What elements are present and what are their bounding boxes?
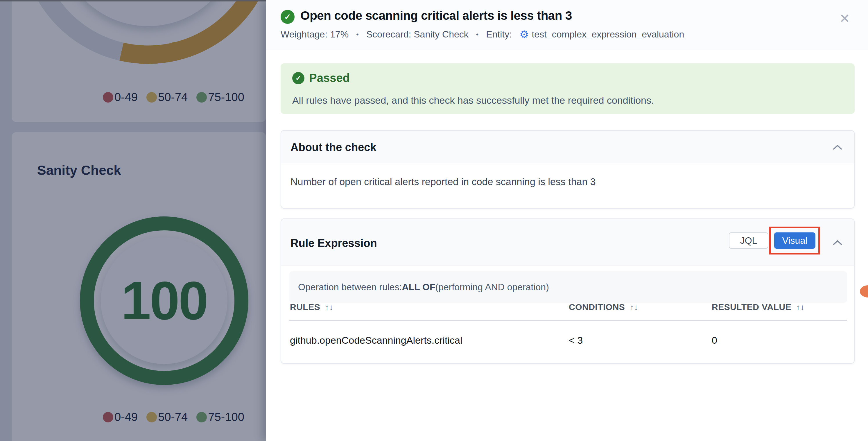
column-label: CONDITIONS (569, 302, 625, 312)
drawer-header: ✓ Open code scanning critical alerts is … (266, 0, 868, 50)
rule-panel-header: Rule Expression JQL Visual (281, 219, 854, 265)
operation-suffix: (performing AND operation) (435, 282, 549, 292)
column-header-conditions[interactable]: CONDITIONS ↑↓ (569, 302, 712, 312)
passed-status-banner: ✓ Passed All rules have passed, and this… (281, 63, 855, 114)
check-passed-icon: ✓ (281, 10, 294, 24)
check-title: Open code scanning critical alerts is le… (300, 9, 572, 23)
sort-icon[interactable]: ↑↓ (325, 303, 334, 312)
condition-cell: < 3 (569, 335, 712, 346)
jql-toggle-button[interactable]: JQL (729, 232, 768, 249)
chevron-up-icon[interactable] (833, 240, 842, 246)
close-icon[interactable]: ✕ (839, 12, 850, 25)
rules-table-header: RULES ↑↓ CONDITIONS ↑↓ RESULTED VALUE ↑↓ (290, 302, 846, 312)
operation-mode: ALL OF (402, 282, 435, 292)
status-title: Passed (309, 71, 350, 85)
entity-label: Entity: (486, 29, 512, 40)
scorecard-value: Scorecard: Sanity Check (366, 29, 469, 40)
weightage-value: Weightage: 17% (281, 29, 349, 40)
check-glyph: ✓ (296, 74, 301, 82)
chevron-up-icon[interactable] (833, 144, 842, 151)
rule-name-cell: github.openCodeScanningAlerts.critical (290, 335, 569, 346)
rule-expression-panel: Rule Expression JQL Visual Operation bet… (281, 218, 855, 364)
column-label: RESULTED VALUE (712, 302, 791, 312)
about-the-check-panel: About the check Number of open critical … (281, 130, 855, 209)
check-meta: Weightage: 17% • Scorecard: Sanity Check… (281, 29, 684, 40)
column-header-resulted-value[interactable]: RESULTED VALUE ↑↓ (712, 302, 846, 312)
sort-icon[interactable]: ↑↓ (796, 303, 805, 312)
check-glyph: ✓ (284, 12, 291, 22)
bullet-separator: • (356, 31, 359, 39)
sort-icon[interactable]: ↑↓ (630, 303, 638, 312)
check-details-drawer: ✓ Open code scanning critical alerts is … (266, 0, 868, 441)
panel-title: About the check (290, 141, 376, 154)
bullet-separator: • (476, 31, 478, 39)
status-description: All rules have passed, and this check ha… (292, 95, 654, 106)
column-header-rules[interactable]: RULES ↑↓ (290, 302, 569, 312)
table-header-divider (289, 320, 847, 321)
dashboard-background: 0-49 50-74 75-100 Sanity Check 100 (0, 0, 266, 441)
visual-toggle-button[interactable]: Visual (774, 232, 815, 249)
gear-icon: ⚙ (519, 29, 529, 40)
operation-between-rules-bar: Operation between rules: ALL OF (perform… (289, 271, 847, 303)
check-circle-icon: ✓ (292, 72, 304, 84)
panel-title: Rule Expression (290, 237, 377, 250)
column-label: RULES (290, 302, 320, 312)
entity-link[interactable]: ⚙ test_complex_expression_evaluation (519, 29, 684, 40)
about-body-text: Number of open critical alerts reported … (290, 176, 596, 187)
modal-dim-overlay[interactable] (0, 0, 266, 441)
about-panel-header[interactable]: About the check (281, 131, 854, 163)
window-top-edge (0, 0, 266, 1)
table-row: github.openCodeScanningAlerts.critical <… (290, 335, 846, 346)
screen: 0-49 50-74 75-100 Sanity Check 100 (0, 0, 868, 441)
operation-prefix: Operation between rules: (298, 282, 402, 292)
resulted-value-cell: 0 (712, 335, 846, 346)
entity-value: test_complex_expression_evaluation (532, 29, 684, 40)
